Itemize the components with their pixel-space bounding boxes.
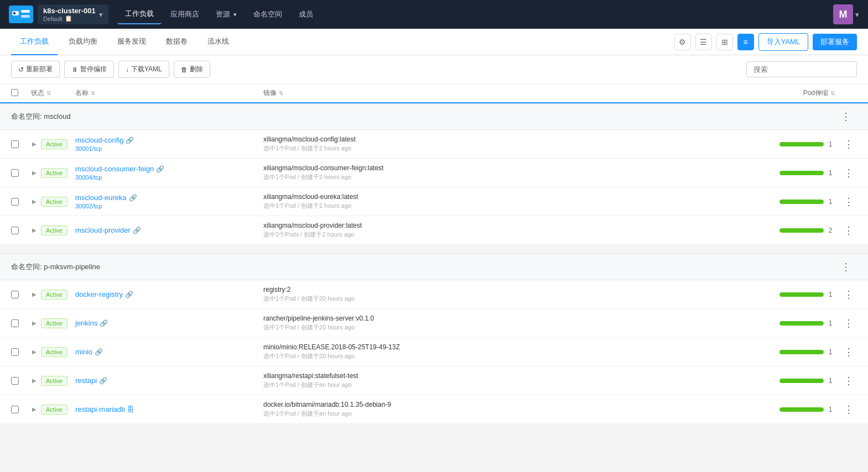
workload-name-link[interactable]: mscloud-provider 🔗: [75, 226, 263, 234]
row-checkbox[interactable]: [11, 377, 19, 385]
expand-button[interactable]: ▶: [31, 226, 38, 234]
row-menu-button[interactable]: ⋮: [840, 137, 857, 151]
namespace-header-pipeline: 命名空间: p-mksvm-pipeline ⋮: [0, 254, 868, 280]
cluster-icon: 🔗: [100, 319, 108, 327]
namespace-menu-pipeline[interactable]: ⋮: [835, 260, 857, 274]
import-yaml-button[interactable]: 导入YAML: [758, 33, 808, 51]
workload-name-link[interactable]: restapi-mariadb 🗄: [75, 405, 263, 413]
row-menu-button[interactable]: ⋮: [840, 223, 857, 238]
image-meta: 选中1个Pod / 创建于2 hours ago: [263, 202, 735, 210]
table-row-mariadb: ▶ Active restapi-mariadb 🗄 docker.io/bit…: [0, 395, 868, 424]
table-row: ▶ Active mscloud-consumer-feign 🔗 30004/…: [0, 159, 868, 187]
expand-button[interactable]: ▶: [31, 140, 38, 148]
header-name[interactable]: 名称: [75, 88, 263, 98]
pause-button[interactable]: ⏸ 暂停编排: [64, 61, 114, 78]
tab-pipeline[interactable]: 流水线: [199, 29, 238, 55]
expand-button[interactable]: ▶: [31, 197, 38, 206]
header-pod-scale[interactable]: Pod伸缩: [735, 88, 835, 98]
group-view-btn[interactable]: ⊞: [716, 34, 733, 50]
workload-name-link[interactable]: docker-registry 🔗: [75, 290, 263, 298]
scale-bar-fill: [779, 292, 824, 297]
nav-namespace[interactable]: 命名空间: [246, 5, 290, 24]
cluster-icon: 🔗: [133, 227, 141, 234]
scale-bar: [779, 292, 824, 297]
workload-name-link[interactable]: mscloud-config 🔗: [75, 136, 263, 144]
row-menu-button[interactable]: ⋮: [840, 287, 857, 302]
cluster-icon: 🔗: [95, 348, 103, 356]
redeploy-button[interactable]: ↺ 重新部署: [11, 61, 60, 78]
name-cell: mscloud-config 🔗 30001/tcp: [75, 136, 263, 152]
row-checkbox[interactable]: [11, 319, 19, 327]
user-avatar[interactable]: M: [833, 4, 853, 24]
toolbar: ↺ 重新部署 ⏸ 暂停编排 ↓ 下载YAML 🗑 删除: [0, 55, 868, 84]
expand-button[interactable]: ▶: [31, 405, 38, 413]
card-view-btn[interactable]: ≡: [737, 34, 754, 50]
image-meta: 选中1个Pod / 创建于20 hours ago: [263, 352, 735, 360]
row-checkbox-cell: [11, 169, 31, 177]
row-checkbox[interactable]: [11, 406, 19, 413]
settings-icon-btn[interactable]: ⚙: [674, 34, 691, 50]
delete-button[interactable]: 🗑 删除: [174, 61, 210, 78]
workload-name-link[interactable]: restapi 🔗: [75, 376, 263, 385]
pause-icon: ⏸: [71, 66, 78, 74]
cluster-icon: 🔗: [156, 165, 164, 173]
row-checkbox[interactable]: [11, 198, 19, 206]
select-all-checkbox[interactable]: [11, 89, 18, 96]
expand-button[interactable]: ▶: [31, 319, 38, 327]
tab-loadbalancer[interactable]: 负载均衡: [60, 29, 106, 55]
image-cell: registry:2 选中1个Pod / 创建于20 hours ago: [263, 286, 735, 303]
port-link[interactable]: 30002/tcp: [75, 203, 263, 209]
svg-point-4: [13, 12, 15, 14]
row-checkbox[interactable]: [11, 227, 19, 234]
scale-bar-fill: [779, 171, 824, 175]
workload-name-link[interactable]: mscloud-eureka 🔗: [75, 193, 263, 202]
row-menu-button[interactable]: ⋮: [840, 345, 857, 359]
search-input[interactable]: [746, 61, 857, 77]
expand-button[interactable]: ▶: [31, 169, 38, 177]
table-row-restapi: ▶ Active restapi 🔗 xiliangma/restapi:sta…: [0, 366, 868, 395]
nav-members[interactable]: 成员: [291, 5, 321, 24]
workload-name-link[interactable]: minio 🔗: [75, 348, 263, 356]
list-view-btn[interactable]: ☰: [695, 34, 712, 50]
svg-rect-3: [21, 15, 30, 18]
header-status[interactable]: 状态: [31, 88, 75, 98]
workload-name-link[interactable]: mscloud-consumer-feign 🔗: [75, 165, 263, 173]
row-checkbox-cell: [11, 198, 31, 206]
pod-scale-cell: 1: [735, 140, 835, 148]
row-menu-button[interactable]: ⋮: [840, 402, 857, 417]
expand-button[interactable]: ▶: [31, 348, 38, 356]
nav-resources[interactable]: 资源: [208, 5, 245, 24]
row-menu-button[interactable]: ⋮: [840, 166, 857, 180]
pod-scale-cell: 1: [735, 291, 835, 298]
header-image[interactable]: 镜像: [263, 88, 735, 98]
tab-servicediscovery[interactable]: 服务发现: [108, 29, 155, 55]
nav-appstore[interactable]: 应用商店: [163, 5, 207, 24]
port-link[interactable]: 30001/tcp: [75, 145, 263, 152]
delete-icon: 🗑: [181, 66, 188, 74]
image-meta: 选中1个Pod / 创建于2 hours ago: [263, 173, 735, 181]
row-actions-cell: ⋮: [835, 166, 857, 180]
row-menu-button[interactable]: ⋮: [840, 316, 857, 331]
workload-name-link[interactable]: jenkins 🔗: [75, 319, 263, 327]
table-row: ▶ Active minio 🔗 minio/minio:RELEASE.201…: [0, 338, 868, 366]
user-chevron[interactable]: ▾: [855, 11, 859, 19]
expand-button[interactable]: ▶: [31, 376, 38, 385]
status-badge: Active: [41, 168, 67, 178]
row-menu-button[interactable]: ⋮: [840, 195, 857, 209]
namespace-menu-mscloud[interactable]: ⋮: [835, 109, 857, 124]
row-checkbox[interactable]: [11, 291, 19, 298]
download-yaml-button[interactable]: ↓ 下载YAML: [118, 61, 169, 78]
tab-volumes[interactable]: 数据卷: [157, 29, 196, 55]
cluster-selector[interactable]: k8s-cluster-001 Default 📋 ▾: [38, 4, 108, 24]
nav-workload[interactable]: 工作负载: [117, 4, 162, 24]
expand-button[interactable]: ▶: [31, 290, 38, 298]
row-checkbox[interactable]: [11, 348, 19, 356]
scale-bar: [779, 350, 824, 354]
tab-workload[interactable]: 工作负载: [11, 29, 58, 55]
port-link[interactable]: 30004/tcp: [75, 174, 263, 181]
row-checkbox[interactable]: [11, 140, 19, 148]
section-gap: [0, 245, 868, 254]
row-checkbox[interactable]: [11, 169, 19, 177]
deploy-service-button[interactable]: 部署服务: [813, 34, 857, 50]
row-menu-button[interactable]: ⋮: [840, 374, 857, 388]
